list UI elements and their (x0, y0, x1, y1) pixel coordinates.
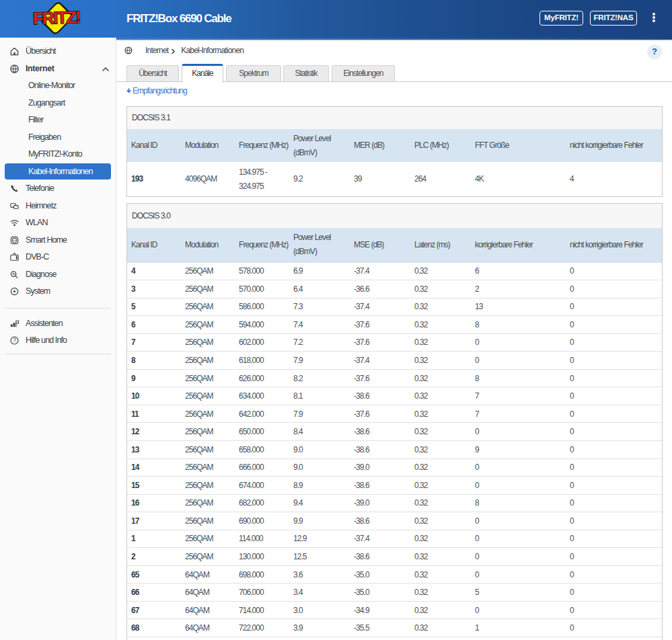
svg-text:FRITZ!: FRITZ! (32, 7, 80, 28)
svg-text:?: ? (13, 337, 17, 344)
